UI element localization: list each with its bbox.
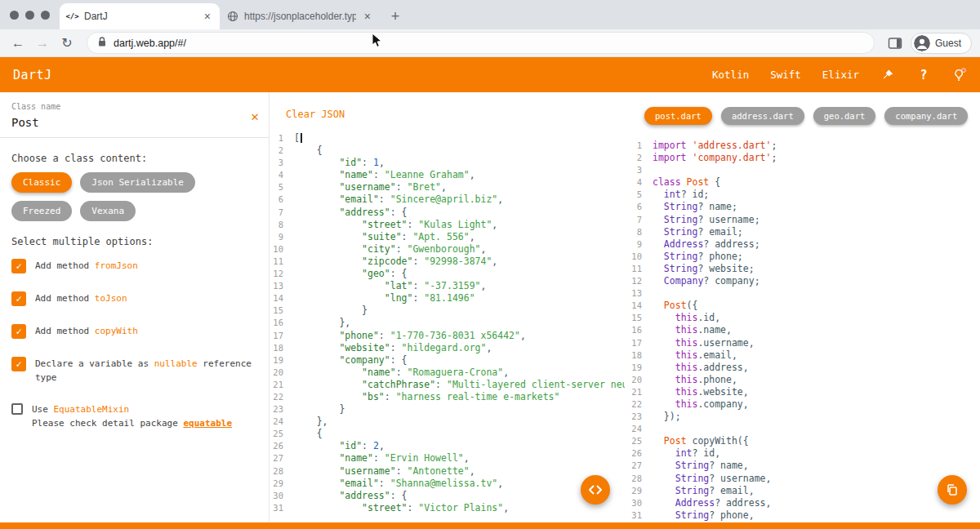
- option-label: Add method fromJson: [35, 259, 138, 273]
- header-link-swift[interactable]: Swift: [770, 69, 801, 81]
- settings-panel: Class name Post ✕ Choose a class content…: [0, 92, 270, 522]
- code-text: "id": 2,: [294, 440, 385, 452]
- dart-tab-address-dart[interactable]: address.dart: [721, 107, 804, 125]
- class-name-value[interactable]: Post: [11, 116, 257, 129]
- code-line: 22 this.company,: [625, 398, 980, 411]
- content-chip-freezed[interactable]: Freezed: [11, 201, 72, 221]
- checkbox-unchecked-icon[interactable]: [11, 403, 23, 415]
- option-row-4[interactable]: ✓Declare a variable as nullable referenc…: [0, 357, 269, 385]
- tab-close-icon[interactable]: ×: [362, 10, 373, 23]
- code-line: 27 "name": "Ervin Howell",: [270, 452, 625, 465]
- line-number: 21: [625, 386, 653, 398]
- code-text: "username": "Antonette",: [294, 465, 475, 478]
- class-name-field[interactable]: Class name Post ✕: [0, 92, 269, 129]
- json-editor-panel[interactable]: Clear JSON 1[2 {3 "id": 1,4 "name": "Lea…: [270, 92, 625, 522]
- code-line: 29 String? email,: [625, 485, 980, 497]
- code-text: "street": "Victor Plains",: [294, 502, 509, 514]
- pin-icon[interactable]: [880, 68, 895, 82]
- header-link-kotlin[interactable]: Kotlin: [712, 69, 749, 81]
- clear-json-button[interactable]: Clear JSON: [270, 92, 361, 120]
- line-number: 8: [625, 226, 653, 238]
- header-link-elixir[interactable]: Elixir: [822, 69, 859, 81]
- checkbox-checked-icon[interactable]: ✓: [11, 259, 26, 273]
- line-number: 13: [270, 280, 294, 292]
- content-chip-vexana[interactable]: Vexana: [80, 201, 136, 221]
- code-text: "company": {: [294, 354, 407, 367]
- convert-json-button[interactable]: [581, 475, 610, 505]
- json-code-editor[interactable]: 1[2 {3 "id": 1,4 "name": "Leanne Graham"…: [270, 132, 625, 514]
- code-text: String? phone;: [653, 251, 743, 263]
- option-row-3[interactable]: ✓Add method copyWith: [0, 324, 269, 339]
- code-line: 19 this.address,: [625, 362, 980, 374]
- code-text: "address": {: [294, 490, 407, 502]
- code-text: "lat": "-37.3159",: [294, 280, 486, 292]
- code-text: "username": "Bret",: [294, 181, 447, 193]
- window-controls: [5, 0, 60, 29]
- code-line: 27 String? name,: [625, 460, 980, 472]
- line-number: 23: [270, 403, 294, 416]
- browser-tab-1[interactable]: </>DartJ×: [60, 3, 220, 29]
- line-number: 10: [270, 243, 294, 256]
- code-text: import 'company.dart';: [653, 152, 777, 164]
- reload-button[interactable]: ↻: [57, 33, 77, 53]
- dart-tab-post-dart[interactable]: post.dart: [644, 107, 712, 125]
- line-number: 15: [625, 312, 653, 324]
- code-line: 25 Post copyWith({: [625, 435, 980, 447]
- checkbox-checked-icon[interactable]: ✓: [11, 291, 26, 306]
- line-number: 28: [270, 465, 294, 478]
- copy-code-button[interactable]: [938, 475, 967, 505]
- line-number: 14: [625, 300, 653, 312]
- line-number: 17: [270, 330, 294, 342]
- content-chip-classic[interactable]: Classic: [11, 172, 72, 193]
- browser-tab-2[interactable]: https://jsonplaceholder.typico×: [220, 3, 380, 29]
- equatable-package-link[interactable]: equatable: [183, 418, 232, 429]
- address-bar[interactable]: dartj.web.app/#/: [87, 32, 875, 54]
- back-button[interactable]: ←: [8, 33, 28, 53]
- help-icon[interactable]: ?: [916, 68, 931, 82]
- line-number: 9: [270, 231, 294, 243]
- line-number: 18: [270, 342, 294, 354]
- code-line: 6 String? name;: [625, 201, 980, 213]
- lightbulb-icon[interactable]: [952, 68, 967, 82]
- copy-icon: [946, 483, 959, 496]
- content-chip-json-serializable[interactable]: Json Serializable: [80, 172, 195, 193]
- code-text: this.name,: [653, 324, 732, 336]
- checkbox-checked-icon[interactable]: ✓: [11, 357, 26, 371]
- dart-tab-company-dart[interactable]: company.dart: [884, 107, 968, 125]
- header-actions: KotlinSwiftElixir ?: [712, 68, 967, 82]
- code-line: 31 "street": "Victor Plains",: [270, 502, 625, 514]
- dart-tab-geo-dart[interactable]: geo.dart: [813, 107, 876, 125]
- checkbox-checked-icon[interactable]: ✓: [11, 324, 26, 339]
- line-number: 4: [270, 169, 294, 181]
- option-row-5[interactable]: Use EquatableMixinPlease check detail pa…: [0, 402, 269, 430]
- window-zoom-button[interactable]: [41, 11, 50, 20]
- code-text: }: [294, 403, 345, 416]
- profile-button[interactable]: Guest: [911, 33, 972, 54]
- option-row-2[interactable]: ✓Add method toJson: [0, 291, 269, 306]
- window-close-button[interactable]: [10, 11, 19, 20]
- url-text: dartj.web.app/#/: [114, 38, 186, 49]
- window-minimize-button[interactable]: [25, 11, 34, 20]
- option-row-1[interactable]: ✓Add method fromJson: [0, 259, 269, 273]
- new-tab-button[interactable]: +: [385, 6, 406, 27]
- code-line: 10 String? phone;: [625, 251, 980, 263]
- code-text: String? name;: [653, 201, 737, 213]
- tab-close-icon[interactable]: ×: [202, 10, 213, 23]
- side-panel-icon[interactable]: [884, 33, 906, 54]
- code-line: 1import 'address.dart';: [625, 140, 980, 152]
- line-number: 12: [270, 268, 294, 280]
- browser-chrome: </>DartJ×https://jsonplaceholder.typico×…: [0, 0, 980, 57]
- code-text: "website": "hildegard.org",: [294, 342, 492, 354]
- code-line: 25 {: [270, 428, 625, 440]
- code-line: 8 "street": "Kulas Light",: [270, 219, 625, 231]
- code-line: 13: [625, 287, 980, 300]
- code-text: "zipcode": "92998-3874",: [294, 256, 497, 268]
- line-number: 30: [270, 490, 294, 502]
- content-chips: ClassicJson SerializableFreezedVexana: [0, 172, 269, 221]
- code-line: 7 "address": {: [270, 207, 625, 219]
- code-line: 29 "email": "Shanna@melissa.tv",: [270, 478, 625, 490]
- code-text: "city": "Gwenborough",: [294, 243, 486, 256]
- forward-button[interactable]: →: [33, 33, 52, 53]
- clear-class-name-icon[interactable]: ✕: [251, 110, 259, 123]
- code-line: 1[: [270, 132, 625, 144]
